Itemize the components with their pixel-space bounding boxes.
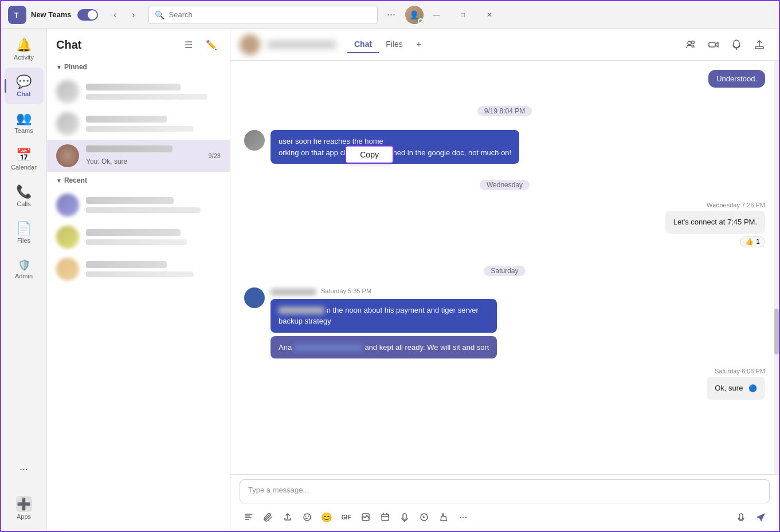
app-name: New Teams [31, 10, 72, 19]
format-button[interactable] [240, 508, 258, 526]
recent-chat-3[interactable] [47, 253, 230, 285]
sticker-button[interactable] [298, 508, 316, 526]
emoji-button[interactable]: 😊 [318, 508, 336, 526]
recent-chat-2[interactable] [47, 221, 230, 253]
chat-name-blur [86, 84, 181, 90]
sidebar-item-apps[interactable]: ➕ Apps [5, 490, 44, 526]
chat-name-blur [86, 145, 173, 152]
send-button[interactable] [751, 508, 770, 526]
pinned-section-label[interactable]: ▼ Pinned [56, 61, 221, 73]
date-label: 9/19 8:04 PM [477, 106, 532, 116]
new-teams-toggle[interactable] [77, 9, 98, 21]
participants-button[interactable] [680, 34, 701, 55]
schedule-button[interactable] [376, 508, 394, 526]
active-indicator [5, 79, 6, 93]
recent-section: ▼ Recent [47, 172, 230, 189]
tab-chat[interactable]: Chat [347, 36, 379, 53]
more-icon: ··· [19, 463, 28, 475]
loop-button[interactable] [415, 508, 433, 526]
blurred-text2 [294, 344, 363, 351]
more-button[interactable]: ··· [382, 6, 401, 24]
ok-sure-bubble: Ok, sure 🔵 [707, 377, 765, 400]
pinned-chat-2[interactable] [47, 108, 230, 140]
share-button[interactable] [749, 34, 770, 55]
chat-info: You: Ok, sure [86, 145, 202, 166]
sidebar-item-files[interactable]: 📄 Files [5, 214, 44, 251]
like-button[interactable] [434, 508, 453, 526]
svg-point-8 [308, 516, 309, 517]
messages-area[interactable]: Understood. 9/19 8:04 PM user soon he re… [230, 61, 779, 474]
sidebar-item-activity[interactable]: 🔔 Activity [5, 31, 44, 68]
msg-time-sat: Saturday 5:35 PM [321, 287, 371, 294]
svg-point-2 [688, 41, 691, 45]
chat-name-blur [86, 261, 167, 268]
scrollbar-thumb[interactable] [774, 309, 779, 354]
message-input[interactable]: Type a message... [240, 479, 770, 503]
new-chat-button[interactable]: ✏️ [202, 36, 221, 54]
reaction-count: 1 [756, 238, 760, 246]
forward-button[interactable]: › [126, 7, 142, 23]
chat-icon: 💬 [16, 74, 32, 89]
scrollbar-track[interactable] [774, 61, 779, 474]
avatar [56, 226, 79, 249]
chat-header-name [267, 41, 336, 49]
avatar [56, 144, 79, 167]
msg-row-saturday: Saturday 5:35 PM n the noon about his pa… [244, 287, 765, 359]
tab-add[interactable]: + [410, 36, 428, 53]
back-button[interactable]: ‹ [107, 7, 123, 23]
sidebar-item-chat[interactable]: 💬 Chat [5, 68, 44, 104]
understood-row: Understood. [244, 70, 765, 88]
record-audio-button[interactable] [732, 508, 750, 526]
chat-preview-blur [86, 239, 187, 245]
msg-text-ana: Ana [279, 343, 292, 352]
pinned-section: ▼ Pinned [47, 58, 230, 76]
video-button[interactable] [703, 34, 724, 55]
minimize-button[interactable]: — [424, 6, 450, 24]
send-audio-button[interactable] [395, 508, 414, 526]
sidebar-item-teams[interactable]: 👥 Teams [5, 104, 44, 141]
audio-button[interactable] [726, 34, 747, 55]
active-chat-item[interactable]: You: Ok, sure 9/23 [47, 140, 230, 172]
reaction-pill[interactable]: 👍 1 [740, 236, 765, 247]
msg-text-sat1 [279, 306, 327, 314]
close-button[interactable]: ✕ [476, 6, 503, 24]
more-toolbar-button[interactable]: ··· [454, 508, 472, 526]
sidebar-item-admin[interactable]: 🛡️ Admin [5, 251, 44, 287]
connect-row: Wednesday 7:26 PM Let's connect at 7:45 … [244, 202, 765, 247]
chat-info [86, 229, 221, 245]
msg-sender-blur [271, 289, 316, 295]
msg-avatar [244, 130, 265, 151]
maximize-button[interactable]: □ [450, 6, 476, 24]
search-bar[interactable]: 🔍 [148, 6, 378, 24]
recent-chat-1[interactable] [47, 189, 230, 221]
chat-preview: You: Ok, sure [86, 157, 127, 165]
main-layout: 🔔 Activity 💬 Chat 👥 Teams 📅 Calendar 📞 C… [1, 29, 779, 531]
clip-button[interactable] [279, 508, 297, 526]
connect-bubble: Let's connect at 7:45 PM. [665, 211, 765, 234]
avatar [56, 80, 79, 103]
msg-bubble-sat2: Ana and kept all ready. We will sit and … [271, 336, 497, 359]
tab-files[interactable]: Files [379, 36, 410, 53]
sidebar-item-label: Activity [14, 54, 34, 61]
ok-sure-text: Ok, sure [715, 384, 743, 392]
search-input[interactable] [169, 10, 371, 19]
sticker2-button[interactable] [356, 508, 375, 526]
copy-context-menu[interactable]: Copy [345, 145, 394, 163]
gif-button[interactable]: GIF [337, 508, 355, 526]
recent-section-label[interactable]: ▼ Recent [56, 174, 221, 187]
sidebar-item-more[interactable]: ··· [5, 451, 44, 487]
chat-time: 9/23 [209, 152, 221, 159]
nav-back-forward: ‹ › [107, 7, 142, 23]
chat-preview-blur [86, 207, 201, 213]
user-avatar[interactable]: 👤 [405, 6, 424, 24]
apps-icon: ➕ [16, 496, 32, 512]
svg-point-6 [304, 514, 311, 521]
chat-preview-blur [86, 94, 207, 100]
sidebar-item-calendar[interactable]: 📅 Calendar [5, 141, 44, 178]
attach-button[interactable] [259, 508, 277, 526]
sidebar-item-calls[interactable]: 📞 Calls [5, 178, 44, 214]
svg-rect-10 [382, 514, 389, 521]
filter-button[interactable]: ☰ [179, 36, 198, 54]
admin-icon: 🛡️ [18, 259, 30, 271]
pinned-chat-1[interactable] [47, 76, 230, 108]
